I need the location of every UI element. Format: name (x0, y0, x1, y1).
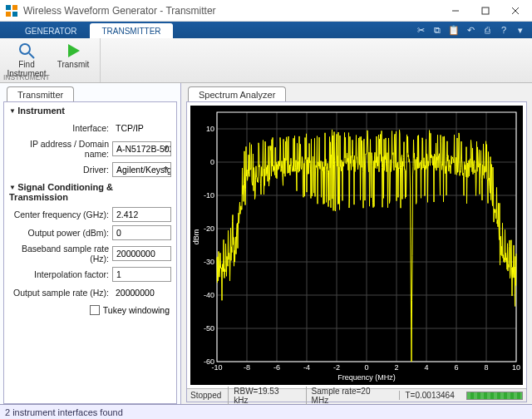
svg-line-9 (29, 53, 34, 58)
svg-rect-3 (12, 12, 17, 17)
magnifier-icon (17, 42, 36, 60)
doc-tab-spectrum-analyzer[interactable]: Spectrum Analyzer (188, 86, 286, 101)
transmitter-panel: Instrument Interface: TCP/IP IP address … (3, 101, 177, 404)
interp-factor-label: Interpolation factor: (9, 269, 112, 279)
driver-dropdown[interactable]: Agilent/Keysight ... (112, 162, 171, 177)
signal-conditioning-header[interactable]: Signal Conditioning & Transmission (7, 179, 173, 205)
output-rate-value: 20000000 (112, 285, 171, 300)
svg-marker-10 (68, 44, 80, 57)
window-title: Wireless Waveform Generator - Transmitte… (23, 5, 441, 17)
status-text: 2 instrument interfaces found (5, 407, 123, 417)
spectrum-analyzer-panel: Stopped RBW=19.53 kHz Sample rate=20 MHz… (186, 101, 527, 402)
center-freq-label: Center frequency (GHz): (9, 210, 112, 219)
toolgroup-label: INSTRUMENT (3, 73, 50, 81)
qat-paste-icon[interactable]: 📋 (447, 23, 461, 37)
analyzer-status-bar: Stopped RBW=19.53 kHz Sample rate=20 MHz… (187, 388, 526, 402)
status-progress (466, 392, 523, 400)
driver-label: Driver: (9, 165, 112, 175)
address-dropdown[interactable]: A-N5172B-5028... (112, 141, 171, 156)
ribbon-tabstrip: GENERATOR TRANSMITTER ✂ ⧉ 📋 ↶ ⎙ ? ▾ (0, 22, 532, 38)
ribbon-tab-transmitter[interactable]: TRANSMITTER (90, 23, 172, 38)
instrument-section-header[interactable]: Instrument (7, 102, 173, 119)
address-label: IP address / Domain name: (9, 139, 112, 159)
ribbon-quick-access: ✂ ⧉ 📋 ↶ ⎙ ? ▾ (414, 23, 527, 37)
status-sample-rate: Sample rate=20 MHz (306, 387, 393, 405)
output-power-label: Output power (dBm): (9, 228, 112, 238)
interp-factor-input[interactable]: 1 (112, 267, 171, 282)
right-pane: Spectrum Analyzer Stopped RBW=19.53 kHz … (181, 83, 532, 404)
qat-copy-icon[interactable]: ⧉ (431, 23, 444, 37)
doc-tab-transmitter[interactable]: Transmitter (7, 86, 74, 101)
qat-undo-icon[interactable]: ↶ (464, 23, 477, 37)
svg-rect-5 (482, 7, 489, 14)
spectrum-plot[interactable] (190, 106, 523, 385)
status-rbw: RBW=19.53 kHz (228, 387, 298, 405)
toolgroup-instrument: Find Instrument Transmit INSTRUMENT (0, 38, 101, 82)
window-titlebar: Wireless Waveform Generator - Transmitte… (0, 0, 532, 22)
maximize-button[interactable] (470, 1, 500, 21)
tukey-checkbox[interactable] (90, 305, 100, 315)
svg-rect-1 (12, 5, 17, 10)
qat-save-icon[interactable]: ⎙ (480, 23, 494, 37)
status-time: T=0.0013464 (399, 391, 459, 400)
ribbon-tab-generator[interactable]: GENERATOR (13, 23, 88, 38)
close-button[interactable] (500, 1, 530, 21)
svg-rect-2 (6, 12, 11, 17)
app-logo-icon (5, 4, 18, 17)
center-freq-input[interactable]: 2.412 (112, 207, 171, 222)
toolstrip: Find Instrument Transmit INSTRUMENT (0, 38, 532, 83)
left-pane: Transmitter Instrument Interface: TCP/IP… (0, 83, 181, 404)
baseband-rate-input[interactable]: 20000000 (112, 246, 171, 261)
svg-point-8 (20, 44, 30, 54)
baseband-rate-label: Baseband sample rate (Hz): (9, 244, 112, 264)
qat-help-icon[interactable]: ? (497, 23, 510, 37)
transmit-label: Transmit (57, 61, 90, 70)
qat-cut-icon[interactable]: ✂ (414, 23, 427, 37)
status-stopped: Stopped (190, 391, 221, 400)
tukey-label: Tukey windowing (103, 305, 170, 315)
interface-label: Interface: (9, 123, 112, 133)
app-status-bar: 2 instrument interfaces found (0, 404, 532, 419)
output-rate-label: Output sample rate (Hz): (9, 288, 112, 298)
interface-value: TCP/IP (112, 121, 171, 136)
play-icon (64, 42, 82, 60)
transmit-button[interactable]: Transmit (53, 40, 93, 82)
qat-collapse-icon[interactable]: ▾ (514, 23, 527, 37)
svg-rect-0 (6, 5, 11, 10)
output-power-input[interactable]: 0 (112, 225, 171, 240)
minimize-button[interactable] (441, 1, 470, 21)
